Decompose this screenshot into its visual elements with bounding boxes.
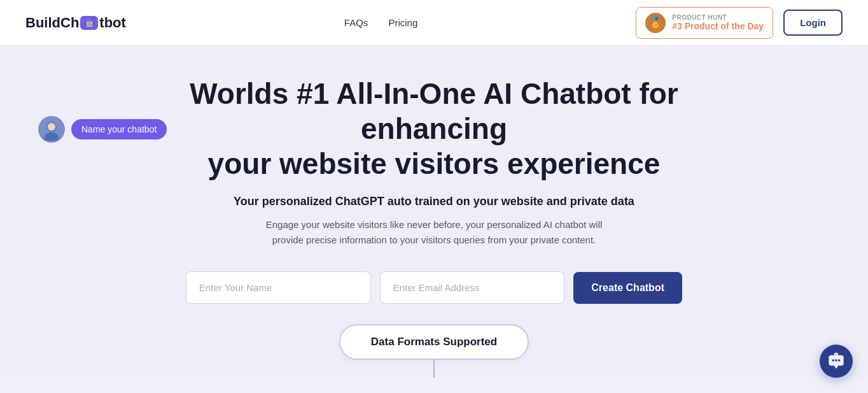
tooltip-container: Name your chatbot — [38, 116, 167, 143]
hero-subtitle: Your personalized ChatGPT auto trained o… — [234, 195, 634, 208]
email-input[interactable] — [380, 271, 565, 304]
logo: BuildCh 🤖 tbot — [25, 15, 126, 31]
svg-point-9 — [836, 353, 837, 354]
data-formats-section: Data Formats Supported — [25, 324, 843, 378]
logo-text-after: tbot — [99, 15, 126, 31]
create-chatbot-button[interactable]: Create Chatbot — [573, 272, 682, 304]
avatar — [38, 116, 65, 143]
svg-point-5 — [832, 359, 835, 362]
hero-title: Worlds #1 All-In-One AI Chatbot for enha… — [173, 76, 695, 182]
product-hunt-icon: 🏅 — [645, 13, 666, 33]
product-hunt-label: PRODUCT HUNT — [672, 14, 764, 21]
product-hunt-product: #3 Product of the Day — [672, 21, 764, 31]
hero-section: Name your chatbot Worlds #1 All-In-One A… — [0, 46, 868, 378]
logo-icon: 🤖 — [80, 16, 98, 30]
product-hunt-text: PRODUCT HUNT #3 Product of the Day — [672, 14, 764, 31]
nav-pricing[interactable]: Pricing — [388, 17, 417, 28]
svg-point-7 — [838, 359, 841, 362]
hero-title-line2: your website visitors experience — [208, 147, 661, 180]
logo-text-before: BuildCh — [25, 15, 79, 31]
product-hunt-badge[interactable]: 🏅 PRODUCT HUNT #3 Product of the Day — [636, 7, 773, 39]
hero-description: Engage your website visitors like never … — [249, 217, 619, 249]
tooltip-bubble: Name your chatbot — [71, 119, 167, 139]
data-formats-button[interactable]: Data Formats Supported — [339, 324, 529, 360]
svg-point-6 — [835, 359, 837, 362]
hero-title-line1: Worlds #1 All-In-One AI Chatbot for enha… — [190, 77, 678, 145]
nav-links: FAQs Pricing — [344, 17, 417, 28]
svg-point-2 — [48, 123, 55, 131]
hero-form: Create Chatbot — [186, 271, 682, 304]
nav-faqs[interactable]: FAQs — [344, 17, 368, 28]
chatbot-icon — [827, 352, 845, 370]
name-input[interactable] — [186, 271, 371, 304]
nav-right: 🏅 PRODUCT HUNT #3 Product of the Day Log… — [636, 7, 843, 39]
login-button[interactable]: Login — [783, 10, 843, 36]
chatbot-fab[interactable] — [820, 345, 853, 378]
connector-line — [433, 360, 435, 378]
navbar: BuildCh 🤖 tbot FAQs Pricing 🏅 PRODUCT HU… — [0, 0, 868, 46]
